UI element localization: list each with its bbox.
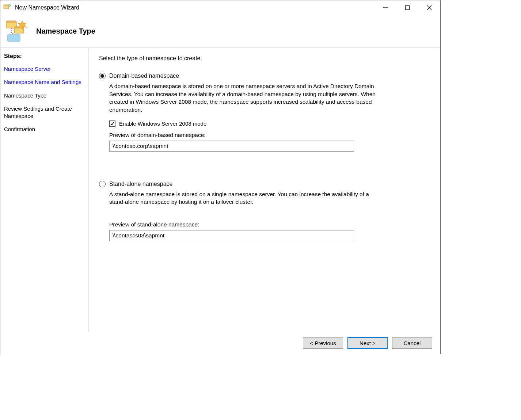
radio-icon [99,181,106,187]
wizard-window: New Namespace Wizard [0,0,441,354]
svg-rect-8 [6,21,16,23]
wizard-footer: < Previous Next > Cancel [0,332,440,354]
radio-label: Stand-alone namespace [109,181,172,187]
option-domain-based: Domain-based namespace A domain-based na… [99,73,430,152]
standalone-preview-label: Preview of stand-alone namespace: [109,221,430,228]
svg-rect-11 [8,35,20,41]
radio-standalone[interactable]: Stand-alone namespace [99,181,430,187]
checkbox-label: Enable Windows Server 2008 mode [119,121,206,127]
instruction-text: Select the type of namespace to create. [99,55,430,62]
close-button[interactable] [418,0,440,15]
page-title: Namespace Type [36,27,95,35]
wizard-banner: Namespace Type [0,15,440,48]
radio-label: Domain-based namespace [109,73,179,79]
svg-rect-4 [406,6,410,10]
window-controls [374,0,440,15]
cancel-button[interactable]: Cancel [392,337,432,349]
step-namespace-name-settings[interactable]: Namespace Name and Settings [0,76,88,89]
domain-description: A domain-based namespace is stored on on… [109,82,380,114]
svg-rect-1 [4,5,9,6]
standalone-description: A stand-alone namespace is stored on a s… [109,190,380,206]
domain-preview-label: Preview of domain-based namespace: [109,132,430,138]
step-namespace-type[interactable]: Namespace Type [0,89,88,102]
window-title: New Namespace Wizard [15,4,79,11]
steps-heading: Steps: [0,51,88,62]
step-namespace-server[interactable]: Namespace Server [0,62,88,76]
step-confirmation: Confirmation [0,123,88,136]
titlebar: New Namespace Wizard [0,0,440,15]
wizard-body: Steps: Namespace Server Namespace Name a… [0,48,440,332]
wizard-banner-icon [4,19,30,44]
checkbox-ws2008-mode[interactable]: Enable Windows Server 2008 mode [109,121,430,127]
previous-button[interactable]: < Previous [303,337,343,349]
domain-preview-value: \\contoso.corp\sapmnt [109,141,354,152]
next-button[interactable]: Next > [347,337,388,349]
radio-icon [99,73,106,79]
standalone-preview-value: \\contascs03\sapmnt [109,230,354,241]
steps-sidebar: Steps: Namespace Server Namespace Name a… [0,48,89,332]
radio-domain-based[interactable]: Domain-based namespace [99,73,430,79]
content-area: Select the type of namespace to create. … [89,48,440,332]
checkbox-icon [109,121,115,127]
maximize-button[interactable] [396,0,418,15]
option-standalone: Stand-alone namespace A stand-alone name… [99,181,430,241]
minimize-button[interactable] [374,0,396,15]
step-review-create: Review Settings and Create Namespace [0,102,88,123]
app-icon [3,4,11,12]
